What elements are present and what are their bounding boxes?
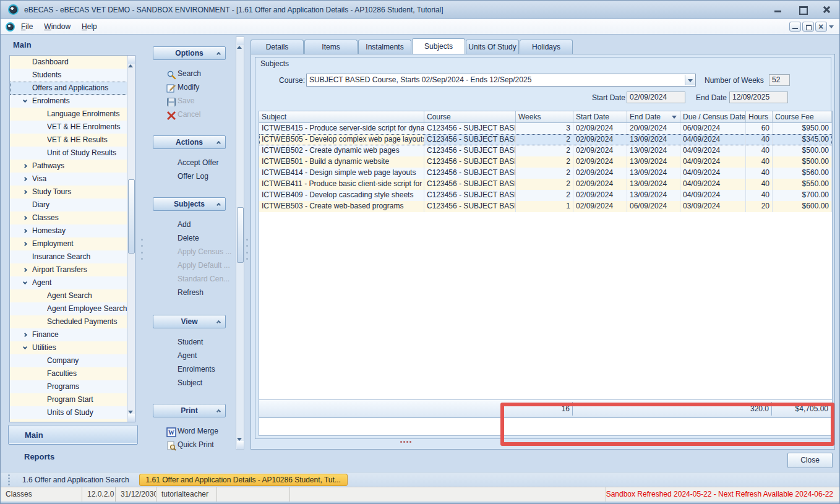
sidebar-item-utilities[interactable]: Utilities <box>10 341 127 354</box>
view-item-enrolments[interactable]: Enrolments <box>156 363 226 375</box>
panel-scrollbar[interactable] <box>236 36 244 450</box>
sidebar-item-agent-search[interactable]: Agent Search <box>10 289 127 302</box>
sidebar-item-unit-of-study-results[interactable]: Unit of Study Results <box>10 147 127 160</box>
sidebar-item-airport-transfers[interactable]: Airport Transfers <box>10 263 127 276</box>
tree-scroll-up-icon[interactable] <box>128 56 135 64</box>
combo-dropdown-icon[interactable] <box>685 75 695 85</box>
sidebar-item-diary[interactable]: Diary <box>10 199 127 211</box>
table-row[interactable]: ICTWEB415 - Produce server-side script f… <box>259 123 832 134</box>
mdi-minimize-icon[interactable] <box>789 22 801 32</box>
sidebar-item-study-tours[interactable]: Study Tours <box>10 186 127 199</box>
sidebar-item-scheduled-payments[interactable]: Scheduled Payments <box>10 315 127 328</box>
course-combobox[interactable]: SUBJECT BASED Course, Starts 02/Sep/2024… <box>306 74 696 87</box>
sidebar-item-company[interactable]: Company <box>10 354 127 367</box>
table-row[interactable]: ICTWEB505 - Develop complex web page lay… <box>259 134 832 145</box>
tab-units-of-study[interactable]: Units Of Study <box>466 40 519 54</box>
close-button[interactable]: Close <box>787 453 833 468</box>
table-row[interactable]: ICTWEB501 - Build a dynamic websiteC1234… <box>259 156 832 168</box>
splitter-grip[interactable] <box>246 239 249 260</box>
tab-items[interactable]: Items <box>304 40 358 54</box>
number-of-weeks-field[interactable]: 52 <box>769 74 790 86</box>
tab-holidays[interactable]: Holidays <box>520 40 573 54</box>
sidebar-item-agent[interactable]: Agent <box>10 276 127 289</box>
group-header-subjects[interactable]: Subjects <box>153 197 226 211</box>
mdi-restore-icon[interactable] <box>802 22 814 32</box>
sidebar-item-faculties[interactable]: Faculties <box>10 367 127 380</box>
sidebar-item-students[interactable]: Students <box>10 69 127 82</box>
menu-item-file[interactable]: File <box>16 20 38 33</box>
tree-scroll-thumb[interactable] <box>128 179 135 254</box>
sidebar-item-enrolments[interactable]: Enrolments <box>10 95 127 108</box>
taskbar-grip[interactable] <box>8 474 10 485</box>
subjects-item-refresh[interactable]: Refresh <box>156 286 226 299</box>
sidebar-item-dashboard[interactable]: Dashboard <box>10 56 127 69</box>
options-item-search[interactable]: Search <box>156 67 226 80</box>
group-header-print[interactable]: Print <box>153 404 226 417</box>
print-item-quick-print[interactable]: Quick Print <box>156 438 226 451</box>
group-header-actions[interactable]: Actions <box>153 135 226 149</box>
column-header-course-fee[interactable]: Course Fee <box>773 111 832 123</box>
options-item-modify[interactable]: Modify <box>156 81 226 93</box>
sidebar-item-units-of-study[interactable]: Units of Study <box>10 406 127 419</box>
menu-item-help[interactable]: Help <box>77 20 102 33</box>
sidebar-item-offers-and-applications[interactable]: Offers and Applications <box>10 82 127 95</box>
sidebar-item-visa[interactable]: Visa <box>10 173 127 186</box>
tab-subjects[interactable]: Subjects <box>412 38 465 54</box>
column-header-subject[interactable]: Subject <box>259 111 424 123</box>
sidebar-item-language-enrolments[interactable]: Language Enrolments <box>10 108 127 121</box>
bottom-splitter-grip[interactable] <box>400 441 411 443</box>
column-header-weeks[interactable]: Weeks <box>516 111 573 123</box>
table-row[interactable]: ICTWEB409 - Develop cascading style shee… <box>259 190 832 201</box>
minimize-icon[interactable] <box>774 6 782 13</box>
panel-scroll-thumb[interactable] <box>237 207 244 263</box>
sidebar-main-button[interactable]: Main <box>8 425 138 445</box>
sidebar-item-homestay[interactable]: Homestay <box>10 224 127 237</box>
view-item-agent[interactable]: Agent <box>156 349 226 362</box>
menu-item-window[interactable]: Window <box>39 20 75 33</box>
sidebar-item-program-start[interactable]: Program Start <box>10 393 127 406</box>
tree-scroll-down-icon[interactable] <box>128 414 135 422</box>
sidebar-item-vet-he-results[interactable]: VET & HE Results <box>10 134 127 147</box>
sidebar-item-insurance-search[interactable]: Insurance Search <box>10 250 127 263</box>
subjects-item-add[interactable]: Add <box>156 218 226 231</box>
mdi-menu-dropdown-icon[interactable] <box>828 22 834 32</box>
sidebar-item-employment[interactable]: Employment <box>10 237 127 250</box>
sidebar-item-programs[interactable]: Programs <box>10 380 127 393</box>
group-header-view[interactable]: View <box>153 315 226 328</box>
column-header-hours[interactable]: Hours <box>746 111 773 123</box>
sidebar-item-classes[interactable]: Classes <box>10 211 127 224</box>
column-header-due-census-date[interactable]: Due / Census Date <box>680 111 746 123</box>
sidebar-item-vet-he-enrolments[interactable]: VET & HE Enrolments <box>10 121 127 134</box>
sidebar-item-finance[interactable]: Finance <box>10 328 127 341</box>
start-date-field[interactable]: 02/09/2024 <box>627 92 685 103</box>
print-item-word-merge[interactable]: WWord Merge <box>156 425 226 437</box>
sidebar-reports-button[interactable]: Reports <box>24 452 54 461</box>
table-row[interactable]: ICTWEB503 - Create web-based programsC12… <box>259 201 832 212</box>
panel-scroll-up-icon[interactable] <box>237 37 244 45</box>
tab-details[interactable]: Details <box>251 40 304 54</box>
tab-instalments[interactable]: Instalments <box>358 40 411 54</box>
subjects-item-delete[interactable]: Delete <box>156 232 226 244</box>
tree-scrollbar[interactable] <box>127 56 135 422</box>
actions-item-offer-log[interactable]: Offer Log <box>156 170 226 182</box>
column-header-start-date[interactable]: Start Date <box>573 111 627 123</box>
taskbar-tab-details-active[interactable]: 1.61 Offer and Application Details - AP1… <box>139 474 348 486</box>
taskbar-tab-search[interactable]: 1.6 Offer and Application Search <box>19 474 133 486</box>
panel-scroll-down-icon[interactable] <box>237 441 244 449</box>
close-icon[interactable] <box>823 6 831 13</box>
table-row[interactable]: ICTWEB414 - Design simple web page layou… <box>259 168 832 179</box>
view-item-student[interactable]: Student <box>156 336 226 348</box>
restore-icon[interactable] <box>799 6 807 13</box>
table-row[interactable]: ICTWEB411 - Produce basic client-side sc… <box>259 179 832 190</box>
actions-item-accept-offer[interactable]: Accept Offer <box>156 156 226 169</box>
sidebar-item-pathways[interactable]: Pathways <box>10 160 127 173</box>
column-header-end-date[interactable]: End Date <box>627 111 680 123</box>
end-date-field[interactable]: 12/09/2025 <box>729 92 788 103</box>
view-item-subject[interactable]: Subject <box>156 377 226 389</box>
sidebar-item-agent-employee-search[interactable]: Agent Employee Search <box>10 302 127 315</box>
splitter-grip[interactable] <box>140 239 144 260</box>
column-header-course[interactable]: Course <box>424 111 516 123</box>
table-row[interactable]: ICTWEB502 - Create dynamic web pagesC123… <box>259 145 832 156</box>
group-header-options[interactable]: Options <box>153 46 226 60</box>
mdi-close-icon[interactable] <box>815 22 827 32</box>
